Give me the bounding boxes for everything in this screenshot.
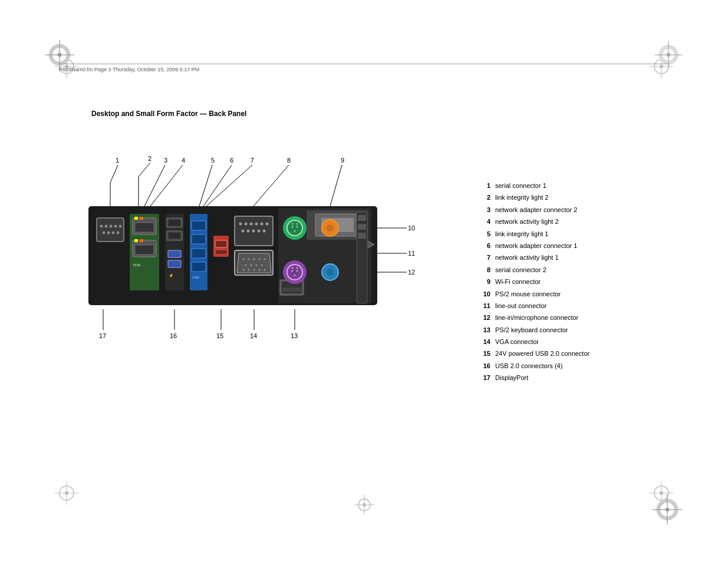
list-item: 8serial connector 2: [476, 266, 700, 275]
item-number: 16: [476, 362, 490, 371]
svg-text:4: 4: [182, 157, 185, 164]
item-number: 15: [476, 349, 490, 358]
svg-line-148: [253, 165, 289, 206]
svg-text:9: 9: [341, 157, 344, 164]
reg-mark-bottom-left: [52, 478, 81, 510]
svg-point-78: [261, 223, 263, 226]
list-item: 3network adapter connector 2: [476, 206, 700, 214]
svg-line-146: [206, 165, 252, 206]
svg-line-150: [330, 165, 342, 206]
item-label: line-out connector: [495, 302, 546, 310]
header-bar: P609Nam0.fm Page 3 Thursday, October 15,…: [59, 64, 669, 72]
svg-text:USB: USB: [192, 276, 199, 279]
svg-text:7: 7: [251, 157, 254, 164]
item-number: 9: [476, 277, 490, 286]
svg-point-120: [294, 275, 296, 276]
svg-rect-60: [169, 233, 180, 239]
svg-point-111: [297, 226, 298, 228]
svg-point-74: [239, 223, 242, 226]
svg-line-142: [199, 165, 212, 206]
diagram-area: DCIN ⚡ USB: [59, 135, 483, 348]
svg-text:14: 14: [250, 332, 257, 339]
page-title: Desktop and Small Form Factor — Back Pan…: [91, 110, 246, 118]
svg-point-81: [247, 230, 250, 233]
list-item: 2link integrity light 2: [476, 193, 700, 202]
header-text: P609Nam0.fm Page 3 Thursday, October 15,…: [59, 67, 199, 72]
svg-point-92: [251, 265, 252, 266]
item-number: 8: [476, 266, 490, 275]
item-label: serial connector 1: [495, 181, 546, 190]
item-label: line-in/microphone connector: [495, 313, 578, 322]
svg-point-121: [292, 267, 294, 269]
item-label: network activity light 2: [495, 217, 559, 226]
svg-text:⚡: ⚡: [169, 273, 174, 278]
list-item: 12line-in/microphone connector: [476, 313, 700, 322]
svg-point-94: [261, 265, 263, 266]
item-number: 1: [476, 181, 490, 190]
svg-rect-49: [134, 217, 138, 220]
list-item: 14VGA connector: [476, 338, 700, 346]
reg-mark-bottom-right-large: [653, 495, 682, 527]
svg-rect-71: [215, 240, 227, 247]
item-number: 6: [476, 242, 490, 250]
svg-line-144: [203, 165, 232, 206]
svg-point-112: [294, 230, 296, 232]
svg-rect-131: [358, 233, 366, 239]
svg-rect-62: [168, 260, 181, 267]
svg-point-114: [297, 223, 298, 225]
svg-rect-54: [140, 239, 143, 242]
list-item: 7network activity light 1: [476, 253, 700, 262]
svg-point-75: [245, 223, 248, 226]
list-item: 10PS/2 mouse connector: [476, 290, 700, 299]
list-item: 1524V powered USB 2.0 connector: [476, 349, 700, 358]
list-item: 4network activity light 2: [476, 217, 700, 226]
svg-point-76: [250, 223, 253, 226]
svg-rect-72: [215, 250, 227, 254]
item-number: 5: [476, 230, 490, 239]
svg-point-97: [253, 269, 255, 271]
svg-point-110: [292, 226, 294, 228]
svg-line-138: [144, 165, 165, 206]
svg-point-38: [105, 225, 108, 228]
svg-text:17: 17: [99, 332, 106, 339]
svg-point-124: [327, 224, 334, 232]
svg-rect-61: [168, 250, 181, 257]
svg-point-95: [243, 269, 245, 271]
svg-point-86: [243, 259, 245, 260]
svg-line-136: [139, 163, 150, 177]
item-label: DisplayPort: [495, 373, 528, 382]
item-number: 17: [476, 373, 490, 382]
list-item: 17DisplayPort: [476, 373, 700, 382]
svg-point-89: [259, 259, 261, 260]
svg-point-90: [264, 259, 266, 260]
item-number: 12: [476, 313, 490, 322]
svg-rect-50: [140, 217, 143, 220]
svg-point-19: [363, 503, 366, 507]
item-number: 10: [476, 290, 490, 299]
svg-rect-66: [192, 234, 206, 244]
svg-point-98: [259, 269, 261, 271]
svg-point-40: [114, 225, 117, 228]
svg-text:2: 2: [148, 155, 151, 162]
item-label: PS/2 keyboard connector: [495, 326, 568, 335]
svg-line-140: [150, 165, 183, 206]
svg-text:13: 13: [291, 332, 298, 339]
svg-point-82: [252, 230, 255, 233]
svg-rect-53: [134, 239, 138, 242]
item-label: Wi-Fi connector: [495, 277, 541, 286]
item-label: USB 2.0 connectors (4): [495, 362, 562, 371]
item-number: 14: [476, 338, 490, 346]
svg-point-96: [248, 269, 250, 271]
item-label: network adapter connector 2: [495, 206, 577, 214]
item-label: network activity light 1: [495, 253, 559, 262]
item-label: serial connector 2: [495, 266, 546, 275]
svg-point-37: [100, 225, 103, 228]
item-label: network adapter connector 1: [495, 242, 577, 250]
svg-point-87: [248, 259, 250, 260]
svg-point-39: [110, 225, 113, 228]
item-number: 4: [476, 217, 490, 226]
svg-text:12: 12: [408, 269, 415, 276]
svg-rect-130: [358, 224, 366, 230]
svg-text:3: 3: [164, 157, 167, 164]
svg-text:6: 6: [230, 157, 233, 164]
